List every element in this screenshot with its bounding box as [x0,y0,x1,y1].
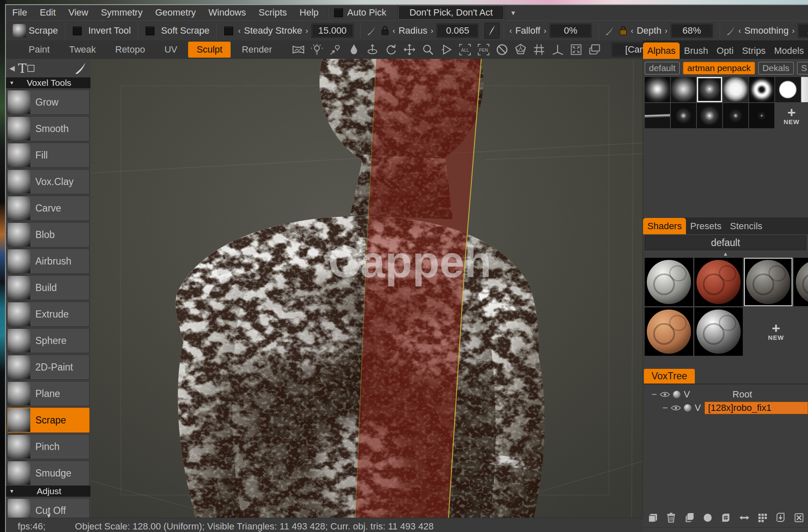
light-edit-icon[interactable] [329,43,342,56]
trackball-icon[interactable] [514,43,527,56]
room-tab-retopo[interactable]: Retopo [107,42,154,58]
alpha-pack-dekals[interactable]: Dekals [758,62,794,74]
viewport-canvas[interactable]: Cappeh [90,59,643,518]
sphere-icon[interactable] [702,512,713,524]
soft-scrape-checkbox[interactable] [146,26,154,35]
depth-label[interactable]: Depth [637,25,662,36]
shader-tab-shaders[interactable]: Shaders [643,218,686,234]
alpha-dot-tiny[interactable] [749,103,774,128]
tool-item-build[interactable]: Build [7,275,90,300]
alpha-dot-medium[interactable] [671,103,696,128]
shader-rust[interactable] [694,258,743,306]
steady-stroke-label[interactable]: Steady Stroke [244,25,302,36]
lock-icon[interactable] [380,25,391,36]
shader-tab-stencils[interactable]: Stencils [726,218,767,234]
all-mode-icon[interactable]: ALL [459,43,471,56]
wire-grid-icon[interactable] [533,43,545,56]
steady-stroke-value[interactable]: 15.000 [311,24,354,38]
invert-tool-checkbox[interactable] [73,26,82,35]
alpha-soft-round[interactable] [645,77,670,102]
collapse-triangle-icon[interactable]: ▼ [9,488,14,494]
decrement-arrow[interactable]: ‹ [509,26,512,35]
menu-item-scripts[interactable]: Scripts [252,5,293,20]
room-tab-sculpt[interactable]: Sculpt [188,42,231,58]
brush-stroke-icon[interactable] [73,62,87,74]
menu-item-file[interactable]: File [6,5,33,20]
shader-copper[interactable] [645,307,693,356]
navigate-icon[interactable] [440,43,453,56]
turntable-icon[interactable] [366,43,379,56]
tool-item-plane[interactable]: Plane [7,381,90,406]
pen-pressure-icon[interactable] [604,25,615,36]
voxel-tools-header[interactable]: ▼ Voxel Tools [6,77,90,88]
tool-item-grow[interactable]: Grow [7,90,90,115]
tool-item-carve[interactable]: Carve [7,196,90,221]
pick-mode-button[interactable]: Don't Pick, Don't Act [398,5,504,20]
collapse-minus-icon[interactable]: − [651,389,657,400]
alpha-dot-small[interactable] [723,103,748,128]
axis-icon[interactable] [551,43,564,56]
merge-grid-icon[interactable] [720,512,731,524]
new-alpha-button[interactable]: +NEW [775,103,808,128]
collapse-minus-icon[interactable]: − [662,402,668,413]
voxtree-row-128x-robo-fix1[interactable]: −V[128x]robo_fix1 [643,401,808,415]
text-tool-icon[interactable]: T [18,61,27,76]
new-shader-button[interactable]: +NEW [744,307,808,356]
layer-shader-ball-icon[interactable] [684,404,691,412]
increment-arrow[interactable]: › [792,26,795,35]
tool-item-scrape[interactable]: Scrape [7,408,90,433]
radius-value[interactable]: 0.065 [436,24,478,38]
tool-item-smudge[interactable]: Smudge [7,461,90,486]
tool-item-sphere[interactable]: Sphere [7,328,90,353]
droplet-icon[interactable] [348,43,360,56]
decrement-arrow[interactable]: ‹ [631,26,633,35]
alpha-small-glow[interactable] [697,77,722,102]
decrement-arrow[interactable]: ‹ [739,26,741,35]
alpha-pack-default[interactable]: default [645,62,680,74]
depth-value[interactable]: 68% [671,24,713,38]
smoothing-label[interactable]: Smoothing [744,25,789,36]
collapse-triangle-icon[interactable]: ▼ [9,80,14,86]
alpha-dot-large[interactable] [697,103,722,128]
panel-tab-alphas[interactable]: Alphas [643,42,680,59]
chevron-down-icon[interactable]: ▼ [510,9,516,16]
panel-tab-strips[interactable]: Strips [738,42,770,59]
steady-stroke-checkbox[interactable] [224,26,233,35]
shader-steel[interactable] [645,258,693,306]
pen-mode-icon[interactable]: PEN [477,43,490,56]
pen-pressure-icon[interactable] [726,25,736,36]
brush-alpha-preview-icon[interactable] [13,24,26,37]
tool-item-fill[interactable]: Fill [7,143,90,168]
voxtree-row-root[interactable]: −VRoot [643,388,808,401]
alpha-pack-s[interactable]: S [797,62,808,74]
visibility-eye-icon[interactable] [659,391,670,398]
delete-layer-icon[interactable] [665,512,677,524]
collapse-up-icon[interactable]: ▲ [643,251,808,257]
import-icon[interactable] [775,512,786,524]
increment-arrow[interactable]: › [665,26,667,35]
tool-item-airbrush[interactable]: Airbrush [7,249,90,274]
voxel-mode-indicator[interactable]: V [695,402,701,413]
tool-item-blob[interactable]: Blob [7,222,90,247]
tool-item-smooth[interactable]: Smooth [7,116,90,141]
lock-icon[interactable] [618,25,629,36]
menu-item-symmetry[interactable]: Symmetry [95,5,149,20]
layer-box-icon[interactable] [588,43,601,56]
shader-dark-chrome[interactable] [694,307,743,356]
increment-arrow[interactable]: › [544,26,546,35]
alpha-hard-disc[interactable] [775,77,800,102]
alpha-bright-disc-soft[interactable] [723,77,748,102]
shader-graphite[interactable] [744,258,792,306]
menu-item-help[interactable]: Help [293,5,325,20]
fit-view-icon[interactable] [570,43,582,56]
panel-tab-brush[interactable]: Brush [680,42,712,59]
new-layer-icon[interactable] [647,512,659,524]
rotate-view-icon[interactable] [385,43,397,56]
tool-item-2d-paint[interactable]: 2D-Paint [7,355,90,380]
panorama-icon[interactable] [292,43,305,56]
menu-item-edit[interactable]: Edit [33,5,62,20]
alpha-soft-wide[interactable] [671,77,696,102]
voxel-mode-indicator[interactable]: V [684,389,690,400]
shader-tab-presets[interactable]: Presets [686,218,726,234]
falloff-label[interactable]: Falloff [515,25,540,36]
